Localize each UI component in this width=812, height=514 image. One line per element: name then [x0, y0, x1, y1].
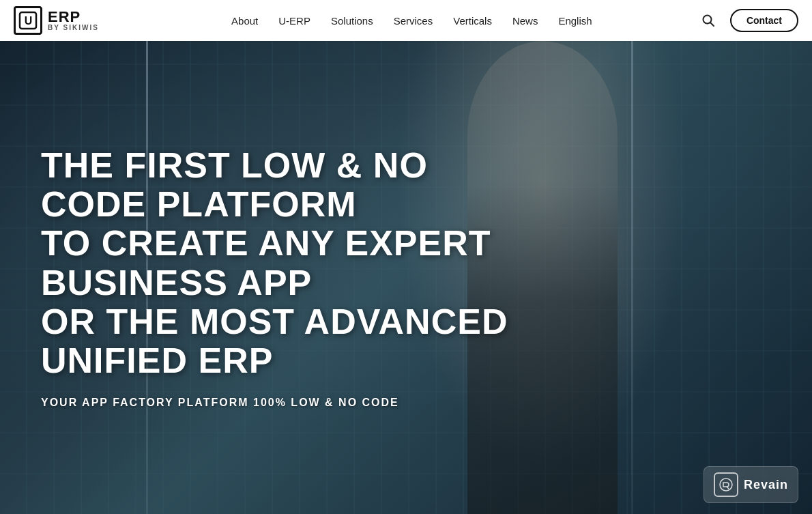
nav-news[interactable]: News	[512, 15, 538, 27]
svg-point-0	[720, 479, 732, 491]
navbar: U ERP BY SIKIWIS About U-ERP Solutions S…	[0, 0, 812, 41]
hero-headline: THE FIRST LOW & NO CODE PLATFORM TO CREA…	[41, 146, 519, 380]
logo-icon: U	[14, 6, 42, 35]
nav-solutions[interactable]: Solutions	[331, 15, 373, 27]
nav-uerp[interactable]: U-ERP	[278, 15, 310, 27]
search-button[interactable]	[697, 10, 719, 31]
nav-links: About U-ERP Solutions Services Verticals…	[126, 15, 697, 27]
logo-by-text: BY SIKIWIS	[48, 25, 99, 31]
svg-line-5	[710, 23, 714, 26]
logo-text: ERP BY SIKIWIS	[48, 10, 99, 31]
nav-verticals[interactable]: Verticals	[453, 15, 492, 27]
logo-link[interactable]: U ERP BY SIKIWIS	[14, 6, 99, 35]
svg-line-1	[727, 487, 729, 489]
contact-button[interactable]: Contact	[730, 9, 798, 32]
hero-content: THE FIRST LOW & NO CODE PLATFORM TO CREA…	[0, 41, 812, 514]
nav-english[interactable]: English	[558, 15, 592, 27]
revain-icon	[714, 472, 738, 497]
revain-label: Revain	[744, 478, 788, 492]
nav-services[interactable]: Services	[394, 15, 433, 27]
nav-right: Contact	[697, 9, 798, 32]
hero-section: THE FIRST LOW & NO CODE PLATFORM TO CREA…	[0, 0, 812, 514]
hero-subline: YOUR APP FACTORY PLATFORM 100% LOW & NO …	[41, 397, 771, 409]
nav-about[interactable]: About	[231, 15, 258, 27]
logo-erp-text: ERP	[48, 10, 99, 25]
svg-text:U: U	[25, 15, 32, 27]
revain-widget[interactable]: Revain	[704, 466, 798, 503]
